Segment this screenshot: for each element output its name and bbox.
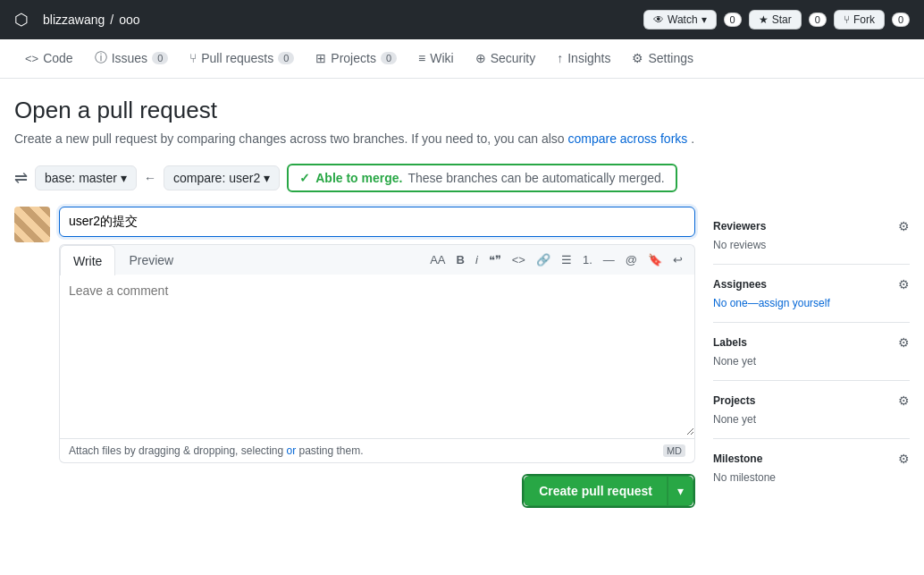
- pr-form-row: Write Preview AA B i ❝❞ <> 🔗: [14, 207, 695, 508]
- assign-yourself-link[interactable]: No one—assign yourself: [713, 297, 830, 309]
- dropdown-arrow-icon: ▾: [677, 484, 684, 498]
- merge-message: These branches can be automatically merg…: [407, 171, 664, 185]
- projects-icon: ⊞: [315, 51, 326, 65]
- editor-body: Attach files by dragging & dropping, sel…: [59, 275, 695, 463]
- projects-count: 0: [381, 52, 397, 64]
- milestone-header: Milestone ⚙: [713, 452, 910, 466]
- top-bar-actions: 👁 Watch ▾ 0 ★ Star 0 ⑂ Fork 0: [643, 10, 910, 30]
- unordered-list-icon[interactable]: ☰: [559, 251, 575, 268]
- projects-title: Projects: [713, 394, 755, 407]
- merge-status-box: ✓ Able to merge. These branches can be a…: [287, 164, 676, 192]
- task-list-icon[interactable]: —: [601, 251, 617, 268]
- tab-wiki[interactable]: ≡ Wiki: [407, 40, 465, 78]
- tab-settings[interactable]: ⚙ Settings: [621, 40, 704, 78]
- write-tab[interactable]: Write: [60, 245, 115, 275]
- arrow-icon: ←: [144, 171, 156, 185]
- mention-icon[interactable]: @: [623, 251, 640, 268]
- tab-projects-label: Projects: [331, 51, 376, 65]
- attach-bar: Attach files by dragging & dropping, sel…: [60, 438, 694, 462]
- repo-breadcrumb: blizzawang / ooo: [43, 13, 140, 27]
- attach-or-link[interactable]: or: [286, 444, 296, 457]
- milestone-title: Milestone: [713, 452, 762, 465]
- attach-text: Attach files by dragging & dropping, sel…: [69, 444, 364, 457]
- watch-button[interactable]: 👁 Watch ▾: [643, 10, 717, 30]
- heading-icon[interactable]: AA: [427, 251, 448, 268]
- tab-code-label: Code: [43, 51, 72, 65]
- projects-gear-icon[interactable]: ⚙: [898, 393, 910, 408]
- compare-branch-selector[interactable]: compare: user2 ▾: [164, 165, 280, 190]
- create-pr-btn-group: Create pull request ▾: [522, 474, 695, 508]
- insights-icon: ↑: [557, 51, 563, 65]
- subtitle-prefix: Create a new pull request by comparing c…: [14, 131, 565, 146]
- reviewers-title: Reviewers: [713, 220, 766, 233]
- issues-count: 0: [152, 52, 168, 64]
- tab-issues[interactable]: ⓘ Issues 0: [84, 39, 180, 79]
- base-branch-label: base: master: [45, 171, 117, 185]
- code-icon: <>: [25, 52, 38, 65]
- pr-main-form: Write Preview AA B i ❝❞ <> 🔗: [14, 207, 695, 508]
- repo-name-link[interactable]: ooo: [119, 13, 139, 27]
- tab-issues-label: Issues: [112, 51, 147, 65]
- page-title: Open a pull request: [14, 97, 910, 124]
- pr-layout: Write Preview AA B i ❝❞ <> 🔗: [14, 207, 910, 508]
- assignees-header: Assignees ⚙: [713, 277, 910, 292]
- tab-security-label: Security: [491, 51, 536, 65]
- create-pull-request-button[interactable]: Create pull request: [524, 476, 668, 506]
- tab-wiki-label: Wiki: [430, 51, 453, 65]
- settings-icon: ⚙: [632, 51, 643, 65]
- wiki-icon: ≡: [418, 51, 425, 65]
- tab-pull-requests[interactable]: ⑂ Pull requests 0: [179, 40, 305, 78]
- preview-tab-label: Preview: [129, 253, 173, 267]
- code-icon[interactable]: <>: [509, 251, 528, 268]
- repo-owner-link[interactable]: blizzawang: [43, 13, 105, 27]
- pr-count: 0: [278, 52, 294, 64]
- star-count: 0: [809, 13, 827, 27]
- reviewers-gear-icon[interactable]: ⚙: [898, 219, 910, 233]
- editor-tabs: Write Preview: [60, 245, 187, 275]
- page-subtitle: Create a new pull request by comparing c…: [14, 131, 910, 146]
- subtitle-suffix: .: [691, 131, 694, 146]
- fork-button[interactable]: ⑂ Fork: [834, 10, 885, 30]
- sidebar-labels: Labels ⚙ None yet: [713, 323, 910, 381]
- reviewers-header: Reviewers ⚙: [713, 219, 910, 233]
- tab-security[interactable]: ⊕ Security: [465, 40, 547, 78]
- tab-code[interactable]: <> Code: [14, 40, 84, 78]
- sidebar-projects: Projects ⚙ None yet: [713, 381, 910, 439]
- base-branch-selector[interactable]: base: master ▾: [35, 165, 137, 190]
- reply-icon[interactable]: ↩: [670, 251, 685, 268]
- pr-icon: ⑂: [189, 51, 197, 65]
- fork-label: Fork: [853, 13, 875, 26]
- create-pr-dropdown-button[interactable]: ▾: [668, 476, 693, 506]
- write-tab-label: Write: [73, 254, 102, 268]
- milestone-gear-icon[interactable]: ⚙: [898, 452, 910, 466]
- link-icon[interactable]: 🔗: [533, 251, 553, 268]
- comment-textarea[interactable]: [60, 275, 694, 435]
- ordered-list-icon[interactable]: 1.: [580, 251, 595, 268]
- assignees-gear-icon[interactable]: ⚙: [898, 277, 910, 292]
- avatar: [14, 207, 50, 242]
- able-to-merge: Able to merge.: [315, 171, 402, 185]
- compare-forks-link[interactable]: compare across forks: [567, 131, 687, 146]
- bold-icon[interactable]: B: [453, 251, 466, 268]
- reference-icon[interactable]: 🔖: [645, 251, 665, 268]
- security-icon: ⊕: [475, 51, 486, 65]
- labels-gear-icon[interactable]: ⚙: [898, 335, 910, 350]
- compare-branch-dropdown-icon: ▾: [264, 171, 270, 185]
- avatar-image: [14, 207, 50, 242]
- tab-projects[interactable]: ⊞ Projects 0: [305, 40, 407, 78]
- reviewers-value: No reviews: [713, 239, 910, 251]
- preview-tab[interactable]: Preview: [115, 245, 187, 275]
- assignees-value: No one—assign yourself: [713, 297, 910, 309]
- pr-editor-container: Write Preview AA B i ❝❞ <> 🔗: [59, 207, 695, 508]
- pr-title-input[interactable]: [59, 207, 695, 237]
- italic-icon[interactable]: i: [473, 251, 481, 268]
- tab-insights[interactable]: ↑ Insights: [546, 40, 621, 78]
- quote-icon[interactable]: ❝❞: [486, 251, 504, 268]
- tab-settings-label: Settings: [648, 51, 693, 65]
- watch-dropdown-icon: ▾: [701, 13, 707, 26]
- star-button[interactable]: ★ Star: [749, 10, 802, 30]
- assignees-title: Assignees: [713, 278, 767, 291]
- watch-count: 0: [724, 13, 742, 27]
- tab-pr-label: Pull requests: [201, 51, 273, 65]
- fork-icon: ⑂: [844, 13, 850, 26]
